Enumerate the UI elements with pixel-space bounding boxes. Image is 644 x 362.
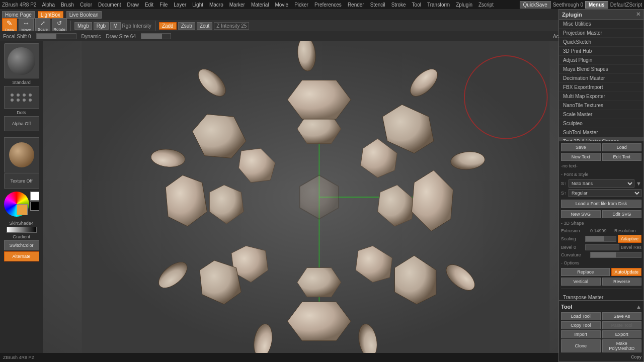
focal-shift-label: Focal Shift 0 <box>3 34 31 39</box>
tool-collapse-icon[interactable]: ▲ <box>636 304 641 310</box>
text3d-reverse-button[interactable]: Reverse <box>602 278 642 286</box>
menu-movie[interactable]: Movie <box>272 2 291 8</box>
zadd-button[interactable]: Zadd <box>159 22 177 30</box>
mrgb-button[interactable]: Mrgb <box>74 22 92 30</box>
text3d-autoupdate-button[interactable]: AutoUpdate <box>611 268 641 276</box>
text3d-curvature-slider[interactable] <box>590 252 641 258</box>
gradient-bar[interactable] <box>7 227 37 233</box>
text3d-font-select[interactable]: Noto Sans <box>569 179 634 188</box>
text3d-load-button[interactable]: Load <box>602 143 642 151</box>
zplugin-quicksketch[interactable]: QuickSketch <box>559 38 643 47</box>
home-page-button[interactable]: Home Page <box>2 11 35 19</box>
paste-tool-button[interactable]: Paste Tool <box>602 321 642 329</box>
text3d-vertical-button[interactable]: Vertical <box>561 278 601 286</box>
menu-marker[interactable]: Marker <box>227 2 248 8</box>
text3d-load-font-button[interactable]: Load a Font file from Disk <box>561 200 641 208</box>
text3d-font-chevron: ▼ <box>636 180 641 187</box>
text3d-style-select[interactable]: Regular <box>569 189 641 197</box>
menu-light[interactable]: Light <box>190 2 206 8</box>
menu-edit[interactable]: Edit <box>142 2 156 8</box>
zplugin-fbx-exportimport[interactable]: FBX ExportImport <box>559 83 643 92</box>
zplugin-scale-master[interactable]: Scale Master <box>559 110 643 119</box>
menu-draw[interactable]: Draw <box>125 2 141 8</box>
lightbox-button[interactable]: LightBox <box>38 11 63 19</box>
switch-color-button[interactable]: SwitchColor <box>4 240 39 250</box>
text3d-save-button[interactable]: Save <box>561 143 601 151</box>
texture-off-button[interactable]: Texture Off <box>4 173 39 189</box>
zplugin-decimation-master[interactable]: Decimation Master <box>559 74 643 83</box>
text3d-scaling-slider[interactable] <box>585 236 616 242</box>
text3d-replace-button[interactable]: Replace <box>561 268 610 276</box>
menu-render[interactable]: Render <box>345 2 367 8</box>
text3d-new-text-button[interactable]: New Text <box>561 153 601 161</box>
tool-load-save-row: Load Tool Save As <box>561 312 641 320</box>
fourth-toolbar: Focal Shift 0 Dynamic Draw Size 64 Activ… <box>0 31 644 41</box>
export-button[interactable]: Export <box>602 330 642 338</box>
m-button[interactable]: M <box>110 22 120 30</box>
menu-transform[interactable]: Transform <box>425 2 452 8</box>
menu-alpha[interactable]: Alpha <box>39 2 57 8</box>
zplugin-header: Zplugin ✕ <box>559 10 643 20</box>
zplugin-maya-blend-shapes[interactable]: Maya Blend Shapes <box>559 65 643 74</box>
menu-macro[interactable]: Macro <box>207 2 226 8</box>
copy-label: Copy <box>631 354 641 359</box>
zcut-button[interactable]: Zcut <box>197 22 212 30</box>
alpha-preview[interactable] <box>4 43 39 78</box>
rgb-button[interactable]: Rgb <box>94 22 109 30</box>
text3d-adaptive-button[interactable]: Adaptive <box>618 235 641 243</box>
text3d-bevel-slider[interactable] <box>585 244 619 250</box>
gradient-label: Gradient <box>13 234 30 239</box>
text3d-curvature-row: Curvature <box>561 252 641 258</box>
menu-tool[interactable]: Tool <box>410 2 424 8</box>
menu-document[interactable]: Document <box>96 2 124 8</box>
copy-tool-button[interactable]: Copy Tool <box>561 321 601 329</box>
bottom-status-bar: ZBrush 4R8 P2 <box>0 353 644 362</box>
text3d-edit-text-button[interactable]: Edit Text <box>602 153 642 161</box>
menu-stencil[interactable]: Stencil <box>368 2 388 8</box>
default-zscript-label: DefaultZScript <box>610 2 642 8</box>
menus-button[interactable]: Menus <box>585 1 608 9</box>
menu-zscript[interactable]: Zscript <box>476 2 496 8</box>
text3d-bevel-row: Bevel 0 Bevel Res <box>561 244 641 250</box>
text3d-new-svg-button[interactable]: New SVG <box>561 210 601 218</box>
second-toolbar: Home Page LightBox Live Boolean <box>0 9 644 20</box>
skin-shade-label: SkinShade4 <box>9 221 34 226</box>
text3d-svg-row: New SVG Edit SVG <box>561 210 641 218</box>
menu-preferences[interactable]: Preferences <box>312 2 344 8</box>
zplugin-projection-master[interactable]: Projection Master <box>559 29 643 38</box>
zplugin-nanotile-textures[interactable]: NanoTile Textures <box>559 101 643 110</box>
clone-button[interactable]: Clone <box>561 339 601 352</box>
text3d-edit-svg-button[interactable]: Edit SVG <box>602 210 642 218</box>
main-canvas[interactable] <box>43 41 589 353</box>
menu-brush[interactable]: Brush <box>58 2 76 8</box>
menu-color[interactable]: Color <box>77 2 95 8</box>
alpha-off-button[interactable]: Alpha Off <box>4 116 39 131</box>
quicksave-button[interactable]: QuickSave <box>520 1 551 9</box>
color-swatch-area[interactable] <box>4 192 39 219</box>
menu-picker[interactable]: Picker <box>292 2 311 8</box>
zplugin-sculpteo[interactable]: Sculpteo <box>559 119 643 128</box>
zplugin-3d-print-hub[interactable]: 3D Print Hub <box>559 47 643 56</box>
text3d-no-text: -no text- <box>561 162 641 169</box>
menu-layer[interactable]: Layer <box>171 2 189 8</box>
menu-file[interactable]: File <box>157 2 170 8</box>
zplugin-close-icon[interactable]: ✕ <box>636 11 640 18</box>
load-tool-button[interactable]: Load Tool <box>561 312 601 320</box>
live-boolean-button[interactable]: Live Boolean <box>66 11 102 19</box>
menu-zplugin[interactable]: Zplugin <box>453 2 475 8</box>
zsub-button[interactable]: Zsub <box>178 22 195 30</box>
tool-panel: Tool ▲ Load Tool Save As Copy Tool Paste… <box>558 300 644 362</box>
texture-preview[interactable] <box>4 137 39 172</box>
save-as-button[interactable]: Save As <box>602 312 642 320</box>
tool-title: Tool <box>561 304 572 310</box>
zplugin-subtool-master[interactable]: SubTool Master <box>559 128 643 137</box>
menu-stroke[interactable]: Stroke <box>389 2 409 8</box>
import-button[interactable]: Import <box>561 330 601 338</box>
zplugin-multi-map-exporter[interactable]: Multi Map Exporter <box>559 92 643 101</box>
alternate-button[interactable]: Alternate <box>4 251 39 261</box>
dots-preview[interactable] <box>4 86 39 109</box>
zplugin-adjust-plugin[interactable]: Adjust Plugin <box>559 56 643 65</box>
make-polymesh3d-button[interactable]: Make PolyMesh3D <box>602 339 642 352</box>
menu-material[interactable]: Material <box>249 2 272 8</box>
zplugin-misc-utilities[interactable]: Misc Utilities <box>559 20 643 29</box>
